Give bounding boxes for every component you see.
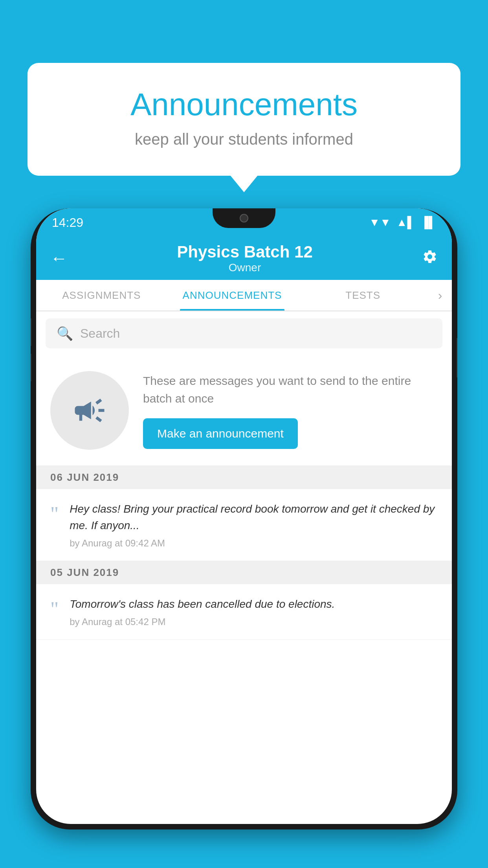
announcement-text-1: Hey class! Bring your practical record b… <box>70 501 438 549</box>
camera <box>240 214 248 223</box>
phone-device: 14:29 ▼▼ ▲▌ ▐▌ ← Physics Batch 12 Owner <box>31 208 457 829</box>
phone-wrapper: 14:29 ▼▼ ▲▌ ▐▌ ← Physics Batch 12 Owner <box>31 208 457 868</box>
announcement-icon-circle <box>50 371 129 450</box>
announcement-promo: These are messages you want to send to t… <box>36 355 452 466</box>
speech-bubble: Announcements keep all your students inf… <box>28 63 460 176</box>
power-button <box>457 338 457 377</box>
quote-icon-1: " <box>50 504 59 524</box>
tab-assignments[interactable]: ASSIGNMENTS <box>36 280 167 311</box>
battery-icon: ▐▌ <box>420 216 436 229</box>
announcement-meta-1: by Anurag at 09:42 AM <box>70 538 438 549</box>
signal-icon: ▲▌ <box>396 216 415 229</box>
notch <box>213 208 275 228</box>
announcement-item-1: " Hey class! Bring your practical record… <box>36 489 452 561</box>
make-announcement-button[interactable]: Make an announcement <box>143 418 298 449</box>
back-button[interactable]: ← <box>50 248 68 268</box>
date-separator-2: 05 JUN 2019 <box>36 561 452 584</box>
date-separator-1: 06 JUN 2019 <box>36 466 452 489</box>
search-bar-wrap: 🔍 Search <box>36 311 452 355</box>
phone-screen: 14:29 ▼▼ ▲▌ ▐▌ ← Physics Batch 12 Owner <box>36 208 452 824</box>
search-icon: 🔍 <box>57 326 73 341</box>
status-icons: ▼▼ ▲▌ ▐▌ <box>369 216 436 229</box>
announcement-right: These are messages you want to send to t… <box>143 372 438 449</box>
bubble-subtitle: keep all your students informed <box>55 131 433 148</box>
status-time: 14:29 <box>52 215 83 230</box>
search-placeholder: Search <box>80 326 120 341</box>
announcement-message-1: Hey class! Bring your practical record b… <box>70 501 438 534</box>
settings-button[interactable] <box>422 249 438 268</box>
search-bar[interactable]: 🔍 Search <box>46 318 442 348</box>
announcement-text-2: Tomorrow's class has been cancelled due … <box>70 596 438 627</box>
app-bar-center: Physics Batch 12 Owner <box>177 243 313 274</box>
announcement-message-2: Tomorrow's class has been cancelled due … <box>70 596 438 612</box>
quote-icon-2: " <box>50 599 59 620</box>
tabs-bar: ASSIGNMENTS ANNOUNCEMENTS TESTS › <box>36 280 452 311</box>
speech-bubble-container: Announcements keep all your students inf… <box>28 63 460 176</box>
announcement-desc: These are messages you want to send to t… <box>143 372 438 407</box>
tab-more[interactable]: › <box>428 280 452 311</box>
app-bar: ← Physics Batch 12 Owner <box>36 237 452 280</box>
app-bar-title: Physics Batch 12 <box>177 243 313 261</box>
announcement-item-2: " Tomorrow's class has been cancelled du… <box>36 584 452 640</box>
bubble-title: Announcements <box>55 86 433 123</box>
tab-tests[interactable]: TESTS <box>297 280 428 311</box>
app-bar-subtitle: Owner <box>177 261 313 274</box>
wifi-icon: ▼▼ <box>369 216 391 229</box>
tab-announcements[interactable]: ANNOUNCEMENTS <box>167 280 298 311</box>
volume-up-button <box>31 318 31 346</box>
volume-down-button <box>31 354 31 381</box>
announcement-meta-2: by Anurag at 05:42 PM <box>70 616 438 627</box>
